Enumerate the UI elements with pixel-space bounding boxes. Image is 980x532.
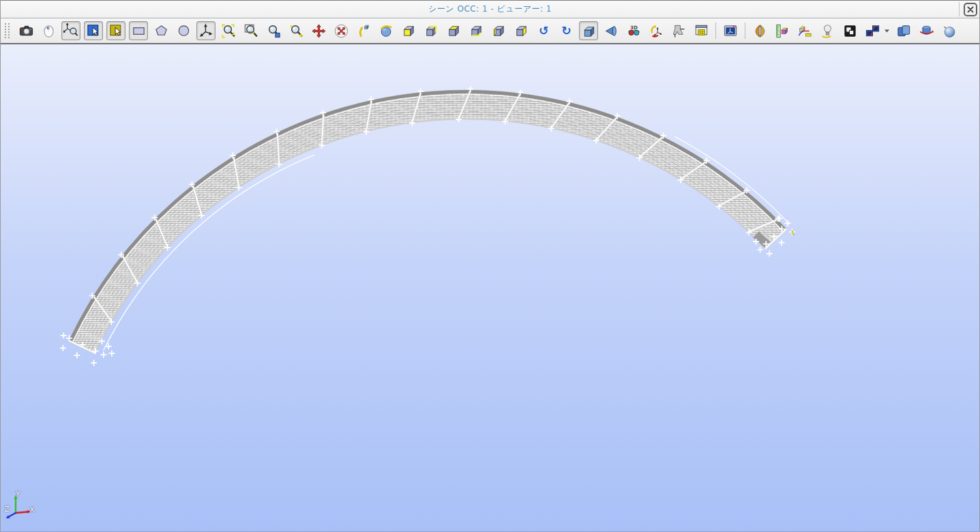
shaded-sphere-icon [941,23,957,39]
toolbar-separator [745,23,745,39]
axes-scale-icon [797,23,813,39]
orthographic-projection-button[interactable] [579,21,598,40]
polygon-selection-icon [153,23,169,39]
front-view-button[interactable] [399,21,418,40]
fit-selection-button[interactable] [264,21,283,40]
ambient-light-icon [820,23,835,39]
circle-selection-button[interactable] [174,21,193,40]
rectangle-selection-button[interactable] [129,21,148,40]
front-view-icon [401,23,417,39]
top-view-icon [446,23,462,39]
left-view-icon [491,23,507,39]
change-rotation-point-button[interactable] [354,21,373,40]
rotate-counterclockwise-button[interactable]: ↺ [534,21,553,40]
synchronize-views-icon [865,23,880,39]
perspective-projection-button[interactable] [602,21,621,40]
shaded-sphere-button[interactable] [939,21,958,40]
zooming-style-icon [63,23,79,39]
fit-all-icon [221,23,237,39]
enable-selection-icon [86,23,102,39]
restore-view-button[interactable] [669,21,688,40]
rotate-clockwise-icon: ↻ [559,23,574,39]
viewport[interactable]: Y X Z [1,44,979,532]
clipping-icon [752,23,768,39]
axis-label-z: Z [4,505,10,514]
stereo-3d-icon: 3D [626,23,642,39]
svg-text:3D: 3D [630,24,638,30]
preselection-switch-icon [842,23,858,39]
preselection-switch-button[interactable] [840,21,859,40]
turntable-rotation-button[interactable] [917,21,936,40]
change-rotation-point-icon [356,23,372,39]
left-view-button[interactable] [489,21,508,40]
panning-icon [311,23,327,39]
global-panning-icon [333,23,349,39]
interaction-style-icon [41,23,57,39]
ray-tracing-icon [896,23,912,39]
toolbar: ↺↻3D [1,18,979,44]
scene-canvas[interactable] [1,44,980,532]
rotate-counterclockwise-icon: ↺ [536,23,552,39]
clone-view-button[interactable] [692,21,711,40]
axes-scale-button[interactable] [795,21,814,40]
synchronize-views-button[interactable] [863,21,882,40]
top-view-button[interactable] [444,21,463,40]
window-title: シーン OCC: 1 - ビューアー: 1 [428,3,552,15]
polygon-selection-button[interactable] [151,21,170,40]
ambient-light-button[interactable] [818,21,837,40]
ray-tracing-button[interactable] [894,21,913,40]
dump-view-icon [18,23,34,39]
back-view-icon [424,23,439,39]
fit-area-button[interactable] [241,21,261,40]
bottom-view-icon [469,23,484,39]
zoom-icon [288,23,304,39]
svg-text:↺: ↺ [539,23,548,37]
axis-label-x: X [29,505,35,514]
titlebar[interactable]: シーン OCC: 1 - ビューアー: 1 [1,0,979,18]
enable-preselection-button[interactable] [106,21,125,40]
bottom-view-button[interactable] [466,21,486,40]
restore-view-icon [671,23,687,39]
back-view-button[interactable] [421,21,441,40]
stereo-3d-button[interactable]: 3D [624,21,643,40]
graduated-axes-button[interactable] [773,21,792,40]
rotate-clockwise-button[interactable]: ↻ [556,21,576,40]
interaction-style-button[interactable] [39,21,58,40]
view-settings-button[interactable] [721,21,740,40]
svg-text:↻: ↻ [561,23,571,37]
global-panning-button[interactable] [331,21,351,40]
close-button[interactable] [964,3,977,16]
reset-view-icon [649,23,664,39]
arch-mesh-object[interactable] [60,86,795,366]
perspective-projection-icon [604,23,619,39]
synchronize-views-dropdown[interactable] [883,21,891,40]
enable-preselection-icon [108,23,124,39]
rotation-button[interactable] [376,21,396,40]
dump-view-button[interactable] [16,21,35,40]
clone-view-icon [694,23,709,39]
rectangle-selection-icon [131,23,147,39]
rotation-icon [378,23,394,39]
zoom-button[interactable] [286,21,306,40]
show-trihedron-button[interactable] [196,21,216,40]
turntable-rotation-icon [919,23,934,39]
circle-selection-icon [176,23,192,39]
reset-view-button[interactable] [647,21,666,40]
fit-all-button[interactable] [219,21,238,40]
graduated-axes-icon [775,23,790,39]
clipping-button[interactable] [750,21,769,40]
toolbar-grip[interactable] [5,23,10,38]
orthographic-projection-icon [581,23,597,39]
chevron-down-icon [884,23,890,38]
fit-area-icon [243,23,259,39]
right-view-button[interactable] [511,21,531,40]
view-settings-icon [723,23,739,39]
axis-label-y: Y [16,490,20,499]
show-trihedron-icon [198,23,214,39]
enable-selection-button[interactable] [84,21,103,40]
toolbar-separator [715,23,716,39]
zooming-style-button[interactable] [61,21,80,40]
fit-selection-icon [266,23,282,39]
titlebar-divider [959,2,960,16]
panning-button[interactable] [309,21,328,40]
